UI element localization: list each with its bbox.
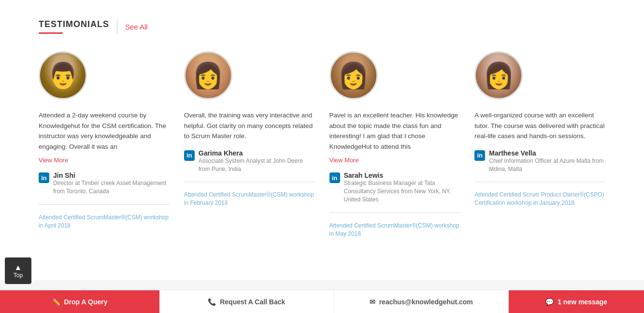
card-separator-2 — [184, 182, 315, 182]
phone-icon — [208, 298, 216, 306]
person-info-1: in Jin Shi Director at Timber creek Asse… — [39, 171, 170, 196]
avatar-marthese — [474, 51, 523, 100]
request-call-button[interactable]: Request A Call Back — [159, 290, 334, 313]
person-name-2: Garima Khera — [199, 149, 315, 157]
section-title-wrap: TESTIMONIALS — [39, 19, 109, 34]
person-name-1: Jin Shi — [53, 171, 170, 179]
testimonial-text-4: A well-organized course with an excellen… — [474, 110, 605, 142]
section-title-underline — [39, 32, 63, 34]
email-button[interactable]: reachus@knowledgehut.com — [334, 290, 509, 313]
person-role-2: Associate System Analyst at John Deere f… — [199, 157, 315, 173]
person-info-3: in Sarah Lewis Strategic Business Manage… — [329, 171, 460, 203]
see-all-link[interactable]: See All — [125, 23, 148, 31]
testimonial-text-1: Attended a 2-day weekend course by Knowl… — [39, 110, 170, 152]
new-message-button[interactable]: 1 new message — [509, 290, 644, 313]
linkedin-icon-2[interactable]: in — [184, 150, 195, 161]
card-separator-3 — [329, 213, 460, 213]
avatar-jin — [39, 51, 87, 100]
person-role-1: Director at Timber creek Asset Managemen… — [53, 179, 170, 196]
person-details-3: Sarah Lewis Strategic Business Manager a… — [344, 171, 460, 203]
person-details-1: Jin Shi Director at Timber creek Asset M… — [53, 171, 170, 196]
avatar-garima — [184, 51, 232, 100]
top-button[interactable]: ▲ Top — [5, 257, 31, 284]
avatar-sarah — [329, 51, 378, 100]
view-more-1[interactable]: View More — [39, 156, 170, 164]
new-message-label: 1 new message — [558, 298, 607, 306]
testimonial-text-3: Pavel is an excellent teacher. His knowl… — [329, 110, 460, 152]
testimonial-card-3: Pavel is an excellent teacher. His knowl… — [329, 51, 460, 238]
top-arrow-icon: ▲ — [14, 264, 22, 271]
email-icon — [370, 298, 375, 306]
attended-text-4: Attended Certified Scrum Product Owner®(… — [474, 191, 605, 207]
linkedin-icon-3[interactable]: in — [329, 172, 340, 183]
bottom-bar: Drop A Query Request A Call Back reachus… — [0, 290, 644, 313]
person-name-4: Marthese Vella — [489, 149, 605, 157]
linkedin-icon-1[interactable]: in — [39, 172, 49, 183]
card-separator-4 — [474, 182, 605, 182]
section-header: TESTIMONIALS See All — [39, 19, 605, 34]
testimonial-card-1: Attended a 2-day weekend course by Knowl… — [39, 51, 170, 238]
person-info-2: in Garima Khera Associate System Analyst… — [184, 149, 315, 173]
person-details-2: Garima Khera Associate System Analyst at… — [199, 149, 315, 173]
person-name-3: Sarah Lewis — [344, 171, 460, 179]
attended-text-1: Attended Certified ScrumMaster®(CSM) wor… — [39, 213, 170, 230]
attended-text-2: Attended Certified ScrumMaster®(CSM) wor… — [184, 191, 315, 207]
person-details-4: Marthese Vella Chief Information Officer… — [489, 149, 605, 173]
card-separator-1 — [39, 204, 170, 205]
testimonial-card-2: Overall, the training was very interacti… — [184, 51, 315, 238]
drop-query-label: Drop A Query — [64, 298, 108, 306]
testimonial-card-4: A well-organized course with an excellen… — [474, 51, 605, 238]
chat-icon — [545, 298, 554, 306]
request-call-label: Request A Call Back — [220, 298, 285, 306]
testimonial-text-2: Overall, the training was very interacti… — [184, 110, 315, 142]
view-more-3[interactable]: View More — [329, 156, 460, 164]
linkedin-icon-4[interactable]: in — [474, 150, 485, 161]
divider-line — [117, 19, 117, 34]
edit-icon — [52, 298, 60, 306]
person-info-4: in Marthese Vella Chief Information Offi… — [474, 149, 605, 173]
section-title: TESTIMONIALS — [39, 19, 109, 29]
top-button-label: Top — [14, 272, 23, 278]
attended-text-3: Attended Certified ScrumMaster®(CSM) wor… — [329, 222, 460, 238]
email-label: reachus@knowledgehut.com — [379, 298, 473, 306]
person-role-4: Chief Information Officer at Azure Malta… — [489, 157, 605, 173]
person-role-3: Strategic Business Manager at Tata Consu… — [344, 179, 460, 203]
main-content: TESTIMONIALS See All Attended a 2-day we… — [0, 0, 644, 280]
drop-query-button[interactable]: Drop A Query — [0, 290, 159, 313]
testimonials-grid: Attended a 2-day weekend course by Knowl… — [39, 51, 605, 238]
